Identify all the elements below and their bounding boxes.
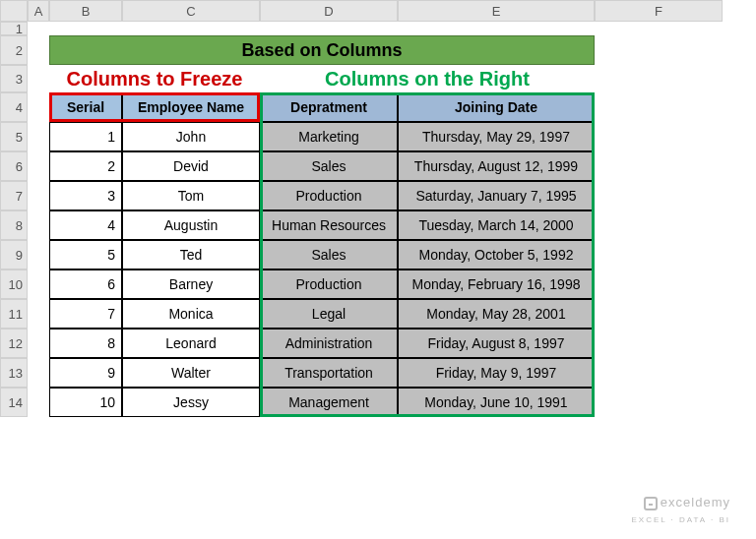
cell-serial[interactable]: 6 [49,270,122,299]
row-header[interactable]: 7 [0,181,28,210]
row-header[interactable]: 13 [0,358,28,388]
spreadsheet-grid: A B C D E F 1 2 3 4 5 6 7 8 9 10 11 12 1… [0,0,756,417]
row-header[interactable]: 4 [0,92,28,122]
cell-employee[interactable]: Augustin [122,210,260,240]
cell-employee[interactable]: Monica [122,299,260,329]
cell-department[interactable]: Human Resources [260,210,398,240]
row-header[interactable]: 10 [0,270,28,299]
cell-employee[interactable]: John [122,122,260,151]
header-serial[interactable]: Serial [49,92,122,122]
cell-serial[interactable]: 8 [49,329,122,358]
logo-icon [644,497,658,510]
cell-serial[interactable]: 3 [49,181,122,210]
cell-department[interactable]: Administration [260,329,398,358]
col-header-A[interactable]: A [28,0,49,22]
col-header-C[interactable]: C [122,0,260,22]
row-header[interactable]: 3 [0,65,28,92]
col-header-F[interactable]: F [595,0,723,22]
cell-serial[interactable]: 10 [49,388,122,417]
section-label-freeze: Columns to Freeze [49,65,260,92]
header-employee[interactable]: Employee Name [122,92,260,122]
row-header[interactable]: 5 [0,122,28,151]
cell-serial[interactable]: 7 [49,299,122,329]
cell-joining[interactable]: Friday, August 8, 1997 [398,329,595,358]
cell-employee[interactable]: Walter [122,358,260,388]
cell-joining[interactable]: Monday, October 5, 1992 [398,240,595,270]
cell-serial[interactable]: 9 [49,358,122,388]
cell-joining[interactable]: Tuesday, March 14, 2000 [398,210,595,240]
title-banner[interactable]: Based on Columns [49,35,595,65]
cell-department[interactable]: Production [260,270,398,299]
cell-serial[interactable]: 5 [49,240,122,270]
cell-department[interactable]: Legal [260,299,398,329]
cell-employee[interactable]: Devid [122,151,260,181]
watermark-tag: EXCEL · DATA · BI [631,515,730,524]
cell-joining[interactable]: Friday, May 9, 1997 [398,358,595,388]
header-department[interactable]: Depratment [260,92,398,122]
cell-department[interactable]: Sales [260,151,398,181]
select-all-corner[interactable] [0,0,28,22]
cell-department[interactable]: Production [260,181,398,210]
cell-joining[interactable]: Monday, May 28, 2001 [398,299,595,329]
cell-department[interactable]: Marketing [260,122,398,151]
cell-employee[interactable]: Ted [122,240,260,270]
cell-employee[interactable]: Jessy [122,388,260,417]
cell-employee[interactable]: Leonard [122,329,260,358]
row-header[interactable]: 9 [0,240,28,270]
row-header[interactable]: 11 [0,299,28,329]
cell-serial[interactable]: 1 [49,122,122,151]
cell-department[interactable]: Sales [260,240,398,270]
cell-serial[interactable]: 2 [49,151,122,181]
watermark-brand: exceldemy [661,495,730,509]
cell-department[interactable]: Transportation [260,358,398,388]
cell-joining[interactable]: Thursday, May 29, 1997 [398,122,595,151]
col-header-B[interactable]: B [49,0,122,22]
col-header-D[interactable]: D [260,0,398,22]
cell-joining[interactable]: Monday, June 10, 1991 [398,388,595,417]
cell-employee[interactable]: Barney [122,270,260,299]
row-header[interactable]: 8 [0,210,28,240]
section-label-right: Columns on the Right [260,65,595,92]
row-header[interactable]: 14 [0,388,28,417]
cell-joining[interactable]: Thursday, August 12, 1999 [398,151,595,181]
header-joining[interactable]: Joining Date [398,92,595,122]
cell-joining[interactable]: Saturday, January 7, 1995 [398,181,595,210]
watermark: exceldemy EXCEL · DATA · BI [631,495,730,525]
row-header[interactable]: 6 [0,151,28,181]
cell-joining[interactable]: Monday, February 16, 1998 [398,270,595,299]
row-header[interactable]: 12 [0,329,28,358]
cell-employee[interactable]: Tom [122,181,260,210]
col-header-E[interactable]: E [398,0,595,22]
cell-serial[interactable]: 4 [49,210,122,240]
row-header[interactable]: 1 [0,22,28,35]
cell-department[interactable]: Management [260,388,398,417]
row-header[interactable]: 2 [0,35,28,65]
